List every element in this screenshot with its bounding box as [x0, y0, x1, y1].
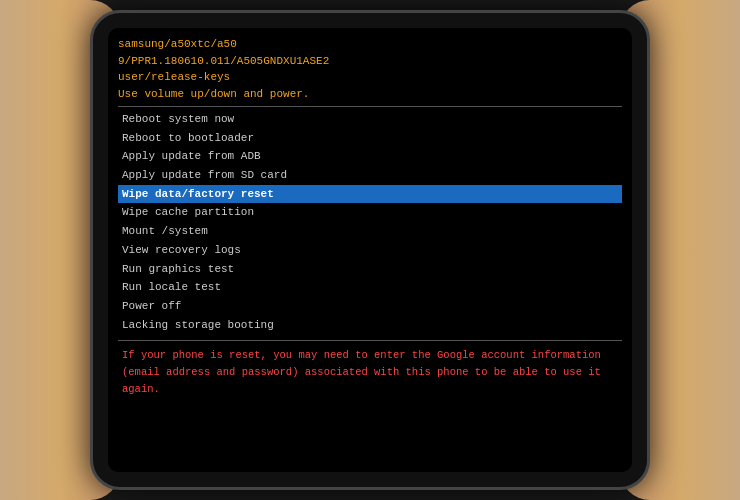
warning-text: If your phone is reset, you may need to …	[118, 347, 622, 397]
phone-screen: samsung/a50xtc/a50 9/PPR1.180610.011/A50…	[108, 28, 632, 472]
menu-item-2[interactable]: Apply update from ADB	[118, 147, 622, 166]
menu-item-1[interactable]: Reboot to bootloader	[118, 129, 622, 148]
menu-item-11[interactable]: Lacking storage booting	[118, 316, 622, 335]
header-divider	[118, 106, 622, 107]
warning-section: If your phone is reset, you may need to …	[118, 340, 622, 397]
menu-item-3[interactable]: Apply update from SD card	[118, 166, 622, 185]
scene: samsung/a50xtc/a50 9/PPR1.180610.011/A50…	[0, 0, 740, 500]
menu-item-8[interactable]: Run graphics test	[118, 260, 622, 279]
header-line-4: Use volume up/down and power.	[118, 86, 622, 103]
header-line-3: user/release-keys	[118, 69, 622, 86]
phone: samsung/a50xtc/a50 9/PPR1.180610.011/A50…	[90, 10, 650, 490]
menu-item-7[interactable]: View recovery logs	[118, 241, 622, 260]
menu-item-4[interactable]: Wipe data/factory reset	[118, 185, 622, 204]
menu-item-6[interactable]: Mount /system	[118, 222, 622, 241]
header-line-2: 9/PPR1.180610.011/A505GNDXU1ASE2	[118, 53, 622, 70]
menu-item-5[interactable]: Wipe cache partition	[118, 203, 622, 222]
menu-item-10[interactable]: Power off	[118, 297, 622, 316]
menu-section: Reboot system nowReboot to bootloaderApp…	[118, 110, 622, 334]
header-line-1: samsung/a50xtc/a50	[118, 36, 622, 53]
vol-up-button	[90, 93, 92, 123]
header-section: samsung/a50xtc/a50 9/PPR1.180610.011/A50…	[118, 36, 622, 102]
power-button	[648, 113, 650, 158]
menu-item-0[interactable]: Reboot system now	[118, 110, 622, 129]
menu-item-9[interactable]: Run locale test	[118, 278, 622, 297]
vol-down-button	[90, 133, 92, 163]
